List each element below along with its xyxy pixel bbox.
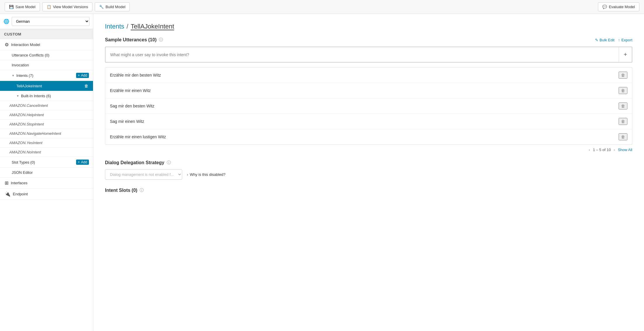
utterance-text-1: Erzähle mir den besten Witz bbox=[110, 73, 619, 77]
globe-icon: 🌐 bbox=[3, 19, 9, 24]
toolbar: 💾 Save Model 📋 View Model Versions 🔧 Bui… bbox=[0, 0, 644, 14]
pagination-nav-right[interactable]: › bbox=[614, 148, 615, 152]
sidebar-item-interfaces[interactable]: ⊞ Interfaces bbox=[0, 178, 93, 189]
view-model-versions-button[interactable]: 📋 View Model Versions bbox=[42, 2, 92, 11]
main-layout: 🌐 German CUSTOM ⚙ Interaction Model Utte… bbox=[0, 14, 644, 331]
plus-icon: + bbox=[78, 73, 80, 77]
gear-icon: ⚙ bbox=[5, 42, 9, 47]
view-icon: 📋 bbox=[47, 5, 51, 9]
breadcrumb: Intents / TellAJokeIntent bbox=[105, 23, 632, 30]
language-select[interactable]: German bbox=[12, 17, 90, 26]
sample-utterances-help-icon[interactable]: ⓘ bbox=[159, 37, 163, 43]
sample-utterances-header: Sample Utterances (10) ⓘ ✎ Bulk Edit ↑ E… bbox=[105, 37, 632, 43]
dialog-delegation-help-icon[interactable]: ⓘ bbox=[167, 160, 171, 165]
endpoint-icon: 🔌 bbox=[5, 191, 10, 197]
build-model-button[interactable]: 🔧 Build Model bbox=[95, 2, 130, 11]
sidebar-item-navigate-home-intent[interactable]: AMAZON.NavigateHomeIntent bbox=[0, 129, 93, 138]
dialog-delegation-section: Dialog Delegation Strategy ⓘ Dialog mana… bbox=[105, 160, 632, 180]
language-selector-container: 🌐 German bbox=[0, 14, 93, 29]
sidebar-builtin-header[interactable]: ▼ Built-In Intents (6) bbox=[0, 91, 93, 101]
utterance-row: Sag mir den besten Witz 🗑 bbox=[105, 98, 632, 114]
utterance-row: Erzähle mir den besten Witz 🗑 bbox=[105, 68, 632, 83]
utterance-delete-1[interactable]: 🗑 bbox=[619, 72, 627, 79]
utterance-text-5: Erzähle mir einen lustigen Witz bbox=[110, 134, 619, 139]
utterance-text-2: Erzähle mir einen Witz bbox=[110, 88, 619, 93]
plus-icon-slot: + bbox=[78, 160, 80, 164]
section-actions: ✎ Bulk Edit ↑ Export bbox=[595, 38, 632, 42]
show-all-link[interactable]: Show All bbox=[618, 148, 632, 152]
intent-slots-header: Intent Slots (0) ⓘ bbox=[105, 188, 632, 193]
pagination-nav-left[interactable]: ‹ bbox=[589, 148, 590, 152]
sidebar-item-endpoint[interactable]: 🔌 Endpoint bbox=[0, 189, 93, 200]
utterance-text-3: Sag mir den besten Witz bbox=[110, 104, 619, 108]
sidebar-item-utterance-conflicts[interactable]: Utterance Conflicts (0) bbox=[0, 50, 93, 60]
sidebar: 🌐 German CUSTOM ⚙ Interaction Model Utte… bbox=[0, 14, 93, 331]
chevron-down-icon: ▼ bbox=[12, 74, 15, 77]
dialog-row: Dialog management is not enabled f... › … bbox=[105, 169, 632, 180]
evaluate-icon: 💬 bbox=[602, 5, 607, 9]
dialog-delegation-select[interactable]: Dialog management is not enabled f... bbox=[105, 169, 182, 180]
why-disabled-button[interactable]: › Why is this disabled? bbox=[187, 172, 225, 177]
intent-slots-section: Intent Slots (0) ⓘ bbox=[105, 188, 632, 193]
breadcrumb-separator: / bbox=[127, 23, 128, 30]
sidebar-item-help-intent[interactable]: AMAZON.HelpIntent bbox=[0, 110, 93, 120]
sidebar-item-stop-intent[interactable]: AMAZON.StopIntent bbox=[0, 120, 93, 129]
pagination-row: ‹ 1 – 5 of 10 › Show All bbox=[105, 148, 632, 152]
sample-utterances-title: Sample Utterances (10) bbox=[105, 37, 157, 43]
sidebar-item-json-editor[interactable]: JSON Editor bbox=[0, 168, 93, 178]
utterance-list: Erzähle mir den besten Witz 🗑 Erzähle mi… bbox=[105, 67, 632, 145]
add-intent-button[interactable]: + Add bbox=[76, 73, 89, 78]
utterance-add-button[interactable]: + bbox=[619, 47, 632, 62]
add-slot-type-button[interactable]: + Add bbox=[76, 160, 89, 165]
content-area: Intents / TellAJokeIntent Sample Utteran… bbox=[93, 14, 644, 331]
dialog-delegation-header: Dialog Delegation Strategy ⓘ bbox=[105, 160, 632, 165]
sidebar-item-invocation[interactable]: Invocation bbox=[0, 60, 93, 70]
bulk-edit-icon: ✎ bbox=[595, 38, 598, 42]
utterance-delete-4[interactable]: 🗑 bbox=[619, 118, 627, 125]
sidebar-slot-types-header[interactable]: Slot Types (0) + Add bbox=[0, 157, 93, 168]
delete-tellajokeintent-icon[interactable]: 🗑 bbox=[84, 84, 88, 88]
custom-section-label: CUSTOM bbox=[0, 29, 93, 39]
utterance-delete-2[interactable]: 🗑 bbox=[619, 87, 627, 94]
pagination-text: 1 – 5 of 10 bbox=[593, 148, 611, 152]
save-icon: 💾 bbox=[9, 5, 14, 9]
sidebar-item-yes-intent[interactable]: AMAZON.YesIntent bbox=[0, 138, 93, 148]
breadcrumb-intents-link[interactable]: Intents bbox=[105, 23, 124, 30]
chevron-down-icon-builtin: ▼ bbox=[16, 94, 19, 98]
intent-slots-help-icon[interactable]: ⓘ bbox=[140, 188, 144, 193]
export-button[interactable]: ↑ Export bbox=[618, 38, 632, 42]
export-icon: ↑ bbox=[618, 38, 620, 42]
sidebar-item-no-intent[interactable]: AMAZON.NoIntent bbox=[0, 148, 93, 157]
save-model-button[interactable]: 💾 Save Model bbox=[5, 2, 40, 11]
sidebar-intents-header[interactable]: ▼ Intents (7) + Add bbox=[0, 70, 93, 81]
chevron-right-icon: › bbox=[187, 173, 188, 177]
sidebar-item-interaction-model[interactable]: ⚙ Interaction Model bbox=[0, 39, 93, 50]
build-icon: 🔧 bbox=[99, 5, 104, 9]
utterance-delete-5[interactable]: 🗑 bbox=[619, 133, 627, 140]
utterance-row: Erzähle mir einen lustigen Witz 🗑 bbox=[105, 129, 632, 144]
bulk-edit-button[interactable]: ✎ Bulk Edit bbox=[595, 38, 615, 42]
utterance-row: Sag mir einen Witz 🗑 bbox=[105, 114, 632, 129]
dialog-delegation-title: Dialog Delegation Strategy bbox=[105, 160, 164, 165]
evaluate-model-button[interactable]: 💬 Evaluate Model bbox=[598, 2, 639, 11]
utterance-input-row: + bbox=[105, 47, 632, 63]
intent-slots-title: Intent Slots (0) bbox=[105, 188, 137, 193]
breadcrumb-current: TellAJokeIntent bbox=[131, 23, 174, 30]
interfaces-icon: ⊞ bbox=[5, 180, 8, 186]
sidebar-item-tellajokeintent[interactable]: TellAJokeIntent 🗑 bbox=[0, 81, 93, 91]
utterance-row: Erzähle mir einen Witz 🗑 bbox=[105, 83, 632, 98]
sidebar-item-cancel-intent[interactable]: AMAZON.CancelIntent bbox=[0, 101, 93, 110]
utterance-text-4: Sag mir einen Witz bbox=[110, 119, 619, 124]
utterance-input[interactable] bbox=[106, 48, 619, 61]
utterance-delete-3[interactable]: 🗑 bbox=[619, 102, 627, 109]
